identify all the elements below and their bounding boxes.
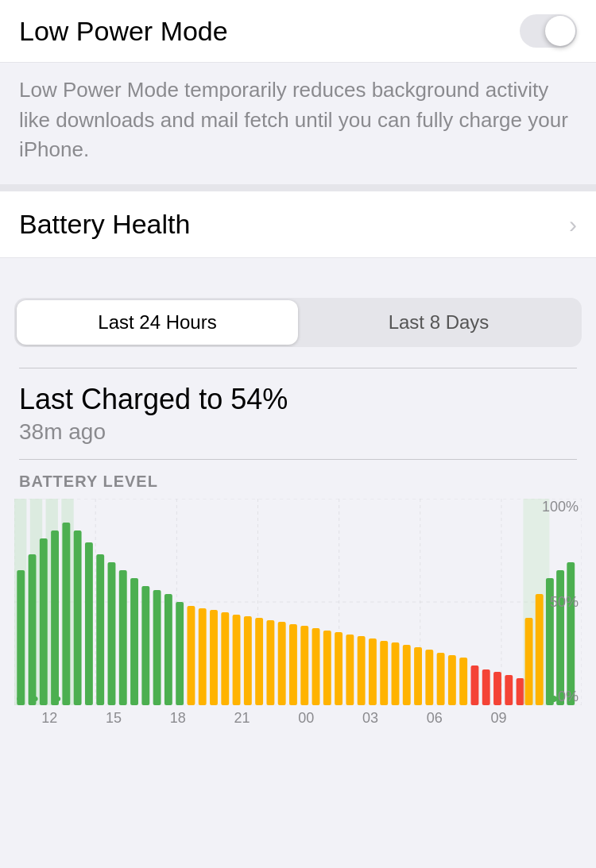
svg-rect-44 bbox=[312, 628, 320, 705]
svg-rect-22 bbox=[62, 523, 70, 705]
chart-section: BATTERY LEVEL 100% 50% 0% bbox=[0, 473, 596, 743]
y-axis-labels: 100% 50% 0% bbox=[534, 499, 582, 705]
low-power-mode-row: Low Power Mode bbox=[0, 0, 596, 63]
svg-rect-40 bbox=[266, 620, 274, 705]
svg-rect-28 bbox=[130, 578, 138, 705]
charge-title: Last Charged to 54% bbox=[19, 383, 577, 416]
svg-rect-45 bbox=[323, 631, 331, 705]
svg-rect-36 bbox=[221, 612, 229, 705]
svg-rect-19 bbox=[29, 554, 37, 705]
segment-last-8-days[interactable]: Last 8 Days bbox=[298, 300, 579, 345]
svg-rect-39 bbox=[255, 618, 263, 705]
svg-rect-31 bbox=[164, 594, 172, 705]
svg-rect-20 bbox=[40, 538, 48, 705]
segment-container: Last 24 Hours Last 8 Days bbox=[0, 298, 596, 360]
svg-rect-47 bbox=[346, 635, 354, 705]
svg-rect-26 bbox=[108, 562, 116, 705]
segment-last-24-hours[interactable]: Last 24 Hours bbox=[17, 300, 298, 345]
x-axis-labels: 12 15 18 21 00 03 06 09 bbox=[14, 705, 582, 727]
svg-rect-38 bbox=[244, 616, 252, 705]
svg-rect-27 bbox=[119, 570, 127, 705]
y-label-100: 100% bbox=[534, 499, 582, 515]
y-label-50: 50% bbox=[534, 594, 582, 611]
segment-control: Last 24 Hours Last 8 Days bbox=[14, 298, 582, 347]
svg-rect-43 bbox=[300, 626, 308, 705]
low-power-description: Low Power Mode temporarily reduces backg… bbox=[19, 75, 577, 165]
y-label-0: 0% bbox=[534, 689, 582, 705]
svg-rect-25 bbox=[96, 554, 104, 705]
segment-label-8d: Last 8 Days bbox=[389, 311, 490, 333]
toggle-knob bbox=[545, 16, 575, 46]
low-power-description-section: Low Power Mode temporarily reduces backg… bbox=[0, 63, 596, 191]
svg-rect-33 bbox=[187, 606, 195, 705]
svg-rect-59 bbox=[482, 669, 490, 705]
svg-rect-50 bbox=[380, 641, 388, 705]
x-label-21: 21 bbox=[210, 710, 274, 727]
svg-rect-55 bbox=[437, 653, 445, 705]
x-label-06: 06 bbox=[403, 710, 467, 727]
svg-rect-37 bbox=[233, 615, 241, 705]
svg-rect-48 bbox=[358, 636, 366, 705]
chart-area: 100% 50% 0% bbox=[14, 499, 582, 705]
svg-rect-51 bbox=[392, 642, 400, 705]
svg-rect-30 bbox=[153, 590, 161, 705]
x-label-00: 00 bbox=[274, 710, 339, 727]
svg-rect-58 bbox=[470, 665, 478, 705]
battery-chart-svg bbox=[14, 499, 582, 705]
svg-rect-60 bbox=[493, 672, 501, 705]
segment-label-24h: Last 24 Hours bbox=[98, 311, 216, 333]
x-label-12: 12 bbox=[17, 710, 82, 727]
divider-bottom bbox=[19, 459, 577, 460]
svg-rect-62 bbox=[517, 678, 524, 705]
svg-rect-21 bbox=[51, 530, 59, 705]
svg-rect-49 bbox=[369, 638, 377, 705]
spacer bbox=[0, 258, 596, 298]
svg-rect-57 bbox=[459, 658, 467, 705]
svg-rect-54 bbox=[425, 650, 433, 705]
svg-rect-35 bbox=[210, 610, 218, 705]
svg-rect-46 bbox=[335, 632, 343, 705]
svg-rect-18 bbox=[17, 570, 25, 705]
battery-health-row[interactable]: Battery Health › bbox=[0, 191, 596, 257]
svg-rect-24 bbox=[85, 542, 93, 705]
low-power-toggle[interactable] bbox=[520, 14, 577, 48]
chart-wrapper: 100% 50% 0% bbox=[14, 499, 582, 727]
svg-rect-23 bbox=[74, 530, 82, 705]
svg-rect-32 bbox=[176, 602, 184, 705]
svg-rect-41 bbox=[278, 622, 286, 705]
x-label-18: 18 bbox=[146, 710, 211, 727]
svg-rect-29 bbox=[141, 586, 149, 705]
x-label-09: 09 bbox=[466, 710, 531, 727]
low-power-label: Low Power Mode bbox=[19, 16, 228, 47]
x-label-03: 03 bbox=[339, 710, 403, 727]
svg-rect-34 bbox=[199, 608, 207, 705]
chevron-right-icon: › bbox=[569, 211, 577, 238]
charge-subtitle: 38m ago bbox=[19, 419, 577, 445]
battery-health-label: Battery Health bbox=[19, 209, 190, 240]
battery-health-section: Battery Health › bbox=[0, 191, 596, 258]
svg-rect-52 bbox=[403, 645, 411, 705]
svg-rect-64 bbox=[525, 618, 533, 705]
x-label-15: 15 bbox=[82, 710, 146, 727]
battery-level-label: BATTERY LEVEL bbox=[14, 473, 582, 491]
svg-rect-42 bbox=[289, 624, 297, 705]
svg-rect-53 bbox=[414, 647, 422, 705]
svg-rect-61 bbox=[505, 675, 513, 705]
charge-info: Last Charged to 54% 38m ago bbox=[0, 360, 596, 473]
svg-rect-56 bbox=[448, 655, 456, 705]
